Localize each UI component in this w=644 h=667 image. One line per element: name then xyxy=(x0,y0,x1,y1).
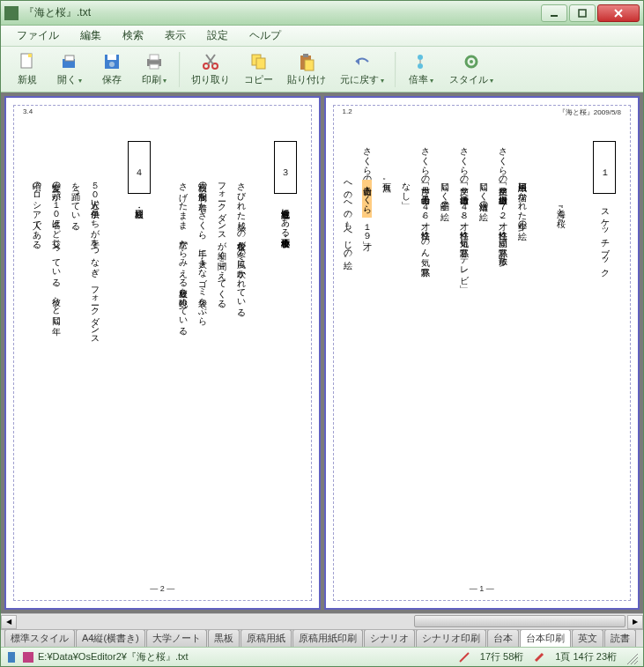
svg-rect-19 xyxy=(256,58,265,69)
svg-rect-7 xyxy=(65,56,74,61)
chevron-down-icon: ▾ xyxy=(381,77,384,85)
print-button[interactable]: 印刷▾ xyxy=(133,49,175,90)
svg-point-28 xyxy=(470,60,473,63)
tab-scenario-print[interactable]: シナリオ印刷 xyxy=(416,629,486,647)
highlighted-text: 青山さくら、 xyxy=(362,180,372,218)
app-icon xyxy=(4,6,19,20)
editor-content: 3.4 ３ 北海道根室にある小学校校舎・廊下 さびれた感じの校舎が冬の風に吹かれ… xyxy=(1,93,643,613)
page-header-right: 『海と桜』2009/5/8 xyxy=(559,107,621,117)
page-text[interactable]: １ スケッチブック 『海と桜』 画用紙に描かれた少年の絵。 さくらの声「祖父、青… xyxy=(344,141,620,574)
status-cursor-pos: 17行 58桁 xyxy=(480,650,524,663)
cut-button[interactable]: 切り取り xyxy=(184,49,237,90)
chevron-down-icon: ▾ xyxy=(430,77,433,85)
toolbar: 新規 開く▾ 保存 印刷▾ 切り取り コピー 貼り付け 元に戻す▾ xyxy=(1,47,643,93)
save-button[interactable]: 保存 xyxy=(91,49,133,90)
menu-help[interactable]: ヘルプ xyxy=(241,26,290,45)
section-number: １ xyxy=(593,141,616,194)
svg-rect-1 xyxy=(579,10,586,17)
toolbar-separator xyxy=(179,52,181,87)
open-button[interactable]: 開く▾ xyxy=(48,49,91,90)
scissors-icon xyxy=(201,52,220,71)
minimize-button[interactable] xyxy=(541,4,567,22)
tab-script[interactable]: 台本 xyxy=(487,629,519,647)
new-button[interactable]: 新規 xyxy=(6,49,48,90)
edit-icon xyxy=(534,652,544,663)
menu-file[interactable]: ファイル xyxy=(8,26,68,45)
svg-line-31 xyxy=(460,653,469,662)
page-text[interactable]: ３ 北海道根室にある小学校校舎・廊下 さびれた感じの校舎が冬の風に吹かれている。… xyxy=(25,141,300,574)
tab-scenario[interactable]: シナリオ xyxy=(364,629,415,647)
svg-line-32 xyxy=(536,654,543,661)
titlebar[interactable]: 『海と桜』.txt xyxy=(1,1,643,26)
text-icon xyxy=(22,651,34,663)
window-controls xyxy=(541,4,640,22)
tab-a4[interactable]: A4縦(横書き) xyxy=(76,629,145,647)
undo-icon xyxy=(352,52,372,71)
scroll-track[interactable] xyxy=(17,615,627,629)
page-left[interactable]: 3.4 ３ 北海道根室にある小学校校舎・廊下 さびれた感じの校舎が冬の風に吹かれ… xyxy=(4,96,321,610)
tab-english[interactable]: 英文 xyxy=(572,629,603,647)
close-button[interactable] xyxy=(597,4,640,22)
scroll-left-button[interactable]: ◀ xyxy=(1,615,17,629)
page-footer: ― 2 ― xyxy=(14,584,311,593)
scroll-right-button[interactable]: ▶ xyxy=(627,615,643,629)
maximize-button[interactable] xyxy=(569,4,596,22)
paste-icon xyxy=(297,52,316,71)
gear-icon xyxy=(462,52,481,71)
svg-rect-29 xyxy=(8,652,15,663)
resize-grip[interactable] xyxy=(624,650,638,664)
tab-manuscript[interactable]: 原稿用紙 xyxy=(241,629,292,647)
svg-point-25 xyxy=(418,63,423,69)
zoom-button[interactable]: 倍率▾ xyxy=(400,49,442,90)
page-right[interactable]: 1.2 『海と桜』2009/5/8 １ スケッチブック 『海と桜』 画用紙に描か… xyxy=(324,96,640,610)
menu-view[interactable]: 表示 xyxy=(156,26,195,45)
tab-reading[interactable]: 読書 xyxy=(604,629,636,647)
page-header-left: 1.2 xyxy=(343,107,352,115)
svg-rect-30 xyxy=(23,652,33,663)
open-icon xyxy=(60,52,79,71)
svg-rect-12 xyxy=(150,55,159,60)
paste-button[interactable]: 貼り付け xyxy=(280,49,333,90)
menu-settings[interactable]: 設定 xyxy=(198,26,237,45)
svg-rect-21 xyxy=(303,54,308,57)
tab-notebook[interactable]: 大学ノート xyxy=(146,629,207,647)
svg-point-10 xyxy=(109,62,115,67)
copy-button[interactable]: コピー xyxy=(237,49,280,90)
chevron-down-icon: ▾ xyxy=(163,77,167,85)
document-icon xyxy=(6,651,19,663)
zoom-icon xyxy=(411,52,431,71)
svg-rect-9 xyxy=(107,55,116,60)
status-filepath: E:¥Data¥OsEditor2¥『海と桜』.txt xyxy=(38,650,455,663)
chevron-down-icon: ▾ xyxy=(490,77,493,85)
window-title: 『海と桜』.txt xyxy=(24,5,541,20)
tab-standard[interactable]: 標準スタイル xyxy=(4,629,75,647)
scroll-thumb[interactable] xyxy=(414,615,625,627)
tab-manuscript-print[interactable]: 原稿用紙印刷 xyxy=(292,629,363,647)
statusbar: E:¥Data¥OsEditor2¥『海と桜』.txt 17行 58桁 1頁 1… xyxy=(1,647,643,666)
menubar: ファイル 編集 検索 表示 設定 ヘルプ xyxy=(1,26,643,47)
position-icon xyxy=(459,652,470,663)
app-window: 『海と桜』.txt ファイル 編集 検索 表示 設定 ヘルプ 新規 開く▾ 保存… xyxy=(0,0,644,667)
style-tabbar: 標準スタイル A4縦(横書き) 大学ノート 黒板 原稿用紙 原稿用紙印刷 シナリ… xyxy=(1,629,643,647)
svg-line-34 xyxy=(631,657,638,664)
tab-blackboard[interactable]: 黒板 xyxy=(208,629,240,647)
save-icon xyxy=(102,52,122,71)
svg-rect-5 xyxy=(28,54,32,57)
chevron-down-icon: ▾ xyxy=(78,77,82,85)
svg-point-24 xyxy=(418,55,423,60)
style-button[interactable]: スタイル▾ xyxy=(442,49,500,90)
section-number: ４ xyxy=(128,141,151,194)
page-header-left: 3.4 xyxy=(23,107,33,115)
undo-button[interactable]: 元に戻す▾ xyxy=(333,49,391,90)
tab-script-print[interactable]: 台本印刷 xyxy=(520,629,571,647)
copy-icon xyxy=(249,52,269,71)
menu-edit[interactable]: 編集 xyxy=(71,26,110,45)
svg-rect-22 xyxy=(305,60,314,70)
status-page-pos: 1頁 14行 23桁 xyxy=(555,650,617,663)
horizontal-scrollbar[interactable]: ◀ ▶ xyxy=(1,613,643,629)
menu-search[interactable]: 検索 xyxy=(114,26,152,45)
print-icon xyxy=(144,52,164,71)
svg-rect-13 xyxy=(150,64,159,69)
page-footer: ― 1 ― xyxy=(334,584,631,593)
section-number: ３ xyxy=(274,141,297,194)
